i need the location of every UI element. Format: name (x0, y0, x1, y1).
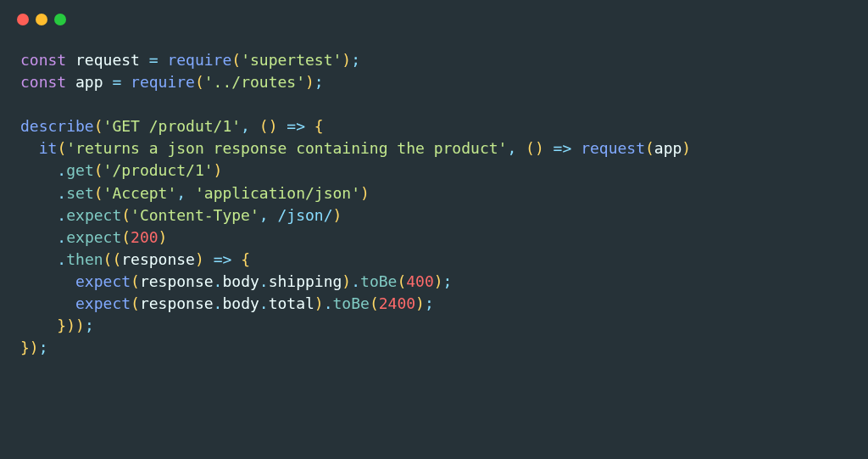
string: '../routes' (204, 73, 305, 91)
paren: ( (94, 161, 103, 179)
paren: ( (94, 117, 103, 135)
paren: ) (333, 206, 342, 224)
paren: ) (159, 228, 168, 246)
identifier: total (269, 294, 314, 312)
zoom-icon[interactable] (54, 14, 66, 25)
comma: , (241, 117, 250, 135)
comma: , (259, 206, 269, 224)
identifier: response (140, 294, 214, 312)
paren: ) (305, 73, 314, 91)
paren: ) (342, 51, 351, 69)
paren: ( (131, 294, 140, 312)
paren: ) (682, 139, 691, 157)
paren: ( (370, 294, 379, 312)
paren: ) (342, 272, 351, 290)
brace: { (314, 117, 324, 135)
operator-eq: = (112, 73, 121, 91)
semi: ; (425, 294, 434, 312)
paren: ) (195, 250, 204, 268)
dot: . (57, 250, 66, 268)
fn-expect: expect (75, 294, 131, 312)
paren: ( (57, 139, 66, 157)
semi: ; (85, 316, 94, 334)
fn-describe: describe (20, 117, 94, 135)
identifier: app (654, 139, 682, 157)
semi: ; (314, 73, 324, 91)
identifier: shipping (269, 272, 342, 290)
regex: /json/ (277, 206, 332, 224)
identifier: request (75, 51, 140, 69)
paren: ( (397, 272, 406, 290)
semi: ; (39, 339, 48, 356)
method-tobe: toBe (360, 272, 397, 290)
string: 'Accept' (103, 184, 177, 202)
method-expect: expect (66, 206, 121, 224)
dot: . (214, 272, 223, 290)
number: 200 (131, 228, 159, 246)
string: 'Content-Type' (131, 206, 259, 224)
identifier: body (222, 294, 259, 312)
paren: (( (103, 250, 122, 268)
method-tobe: toBe (333, 294, 370, 312)
identifier: app (75, 73, 103, 91)
semi: ; (443, 272, 453, 290)
paren: ) (360, 184, 370, 202)
method-then: then (66, 250, 103, 268)
paren: () (259, 117, 278, 135)
fn-it: it (39, 139, 58, 157)
window-titlebar (0, 0, 868, 25)
paren: ( (131, 272, 140, 290)
code-window: const request = require('supertest'); co… (0, 0, 868, 459)
identifier: response (121, 250, 195, 268)
identifier: body (222, 272, 259, 290)
close-icon[interactable] (17, 14, 29, 25)
string: 'GET /produt/1' (103, 117, 242, 135)
minimize-icon[interactable] (36, 14, 47, 25)
paren: ( (645, 139, 654, 157)
arrow: => (287, 117, 305, 135)
dot: . (214, 294, 223, 312)
code-block: const request = require('supertest'); co… (0, 25, 868, 379)
string: 'supertest' (241, 51, 342, 69)
string: 'application/json' (195, 184, 360, 202)
dot: . (351, 272, 360, 290)
string: '/product/1' (103, 161, 214, 179)
paren: ) (214, 161, 223, 179)
method-expect: expect (66, 228, 121, 246)
dot: . (57, 206, 66, 224)
dot: . (324, 294, 333, 312)
keyword-const: const (20, 51, 66, 69)
number: 400 (406, 272, 434, 290)
comma: , (176, 184, 186, 202)
dot: . (259, 272, 269, 290)
operator-eq: = (149, 51, 159, 69)
method-get: get (66, 161, 94, 179)
dot: . (57, 228, 66, 246)
arrow: => (554, 139, 572, 157)
fn-expect: expect (75, 272, 131, 290)
fn-require: require (131, 73, 195, 91)
identifier: response (140, 272, 214, 290)
fn-require: require (167, 51, 231, 69)
paren: ( (121, 206, 131, 224)
comma: , (507, 139, 516, 157)
number: 2400 (379, 294, 415, 312)
brace: })) (57, 316, 85, 334)
fn-request: request (581, 139, 645, 157)
paren: ) (415, 294, 425, 312)
paren: ) (434, 272, 443, 290)
keyword-const: const (20, 73, 66, 91)
string: 'returns a json response containing the … (66, 139, 507, 157)
paren: ( (195, 73, 204, 91)
brace: { (241, 250, 250, 268)
arrow: => (214, 250, 232, 268)
paren: ( (231, 51, 241, 69)
brace: }) (20, 339, 39, 356)
dot: . (57, 161, 66, 179)
paren: ) (314, 294, 324, 312)
paren: ( (121, 228, 131, 246)
paren: () (526, 139, 544, 157)
dot: . (259, 294, 269, 312)
method-set: set (66, 184, 94, 202)
semi: ; (351, 51, 360, 69)
